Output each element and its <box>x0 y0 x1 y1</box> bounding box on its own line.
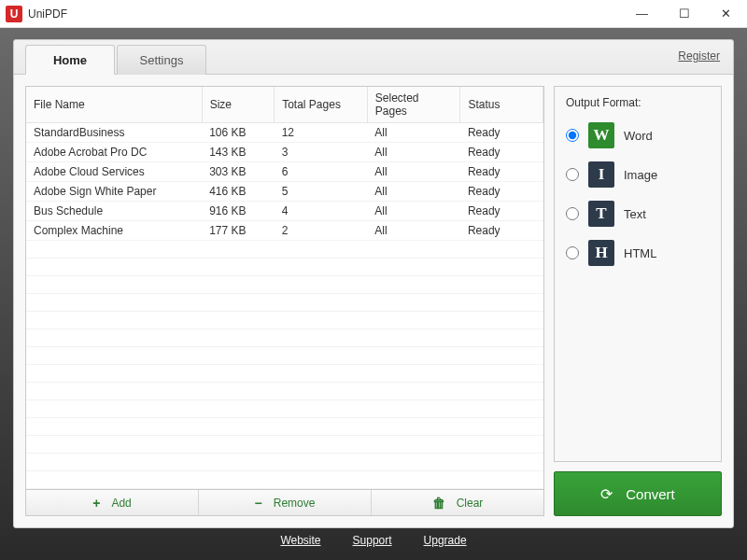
register-link[interactable]: Register <box>678 49 720 63</box>
app-icon: U <box>6 6 22 22</box>
word-icon: W <box>588 122 614 148</box>
col-size[interactable]: Size <box>202 87 274 123</box>
tab-home[interactable]: Home <box>25 45 115 75</box>
remove-button[interactable]: − Remove <box>199 490 372 515</box>
maximize-button[interactable]: ☐ <box>663 0 705 28</box>
cell-selected: All <box>367 202 460 221</box>
cell-status: Ready <box>460 123 543 143</box>
table-row-empty <box>26 383 543 400</box>
output-option-image[interactable]: I Image <box>566 161 710 188</box>
cell-name: Adobe Cloud Services <box>26 162 202 182</box>
output-option-text[interactable]: T Text <box>566 201 710 227</box>
cell-size: 177 KB <box>202 221 274 241</box>
tab-settings[interactable]: Settings <box>117 45 206 75</box>
cell-selected: All <box>367 123 460 143</box>
trash-icon: 🗑 <box>432 496 445 511</box>
table-row[interactable]: Adobe Acrobat Pro DC143 KB3AllReady <box>26 143 543 162</box>
sidebar: Output Format: W Word I Image T T <box>554 86 722 516</box>
cell-name: Adobe Sign White Paper <box>26 182 202 202</box>
file-toolbar: + Add − Remove 🗑 Clear <box>26 489 543 515</box>
add-button[interactable]: + Add <box>26 490 199 515</box>
radio-image[interactable] <box>566 168 579 181</box>
file-table: File Name Size Total Pages Selected Page… <box>26 87 543 489</box>
output-format-box: Output Format: W Word I Image T T <box>554 86 722 462</box>
table-row-empty <box>26 347 543 365</box>
cell-selected: All <box>367 182 460 202</box>
image-label: Image <box>624 168 657 182</box>
close-button[interactable]: ✕ <box>705 0 747 28</box>
cell-size: 416 KB <box>202 182 274 202</box>
clear-button[interactable]: 🗑 Clear <box>372 490 543 515</box>
add-label: Add <box>111 497 131 510</box>
cell-total: 6 <box>275 162 368 182</box>
cell-status: Ready <box>460 162 543 182</box>
minimize-button[interactable]: — <box>621 0 663 28</box>
html-label: HTML <box>624 246 656 260</box>
titlebar: U UniPDF — ☐ ✕ <box>0 0 747 28</box>
col-selected-pages[interactable]: Selected Pages <box>367 87 460 123</box>
table-row[interactable]: Complex Machine177 KB2AllReady <box>26 221 543 241</box>
tab-bar: Home Settings Register <box>14 40 733 75</box>
cell-selected: All <box>367 143 460 162</box>
radio-word[interactable] <box>566 129 579 142</box>
table-row[interactable]: StandardBusiness106 KB12AllReady <box>26 123 543 143</box>
footer-website-link[interactable]: Website <box>280 534 320 547</box>
table-row-empty <box>26 276 543 294</box>
table-row-empty <box>26 259 543 276</box>
output-format-label: Output Format: <box>566 96 710 109</box>
cell-total: 4 <box>275 202 368 221</box>
table-row-empty <box>26 454 543 471</box>
table-row-empty <box>26 471 543 489</box>
output-option-html[interactable]: H HTML <box>566 240 710 266</box>
content-area: File Name Size Total Pages Selected Page… <box>14 75 733 527</box>
cell-selected: All <box>367 221 460 241</box>
html-icon: H <box>588 240 614 266</box>
image-icon: I <box>588 161 614 188</box>
minus-icon: − <box>255 496 262 511</box>
file-zone: File Name Size Total Pages Selected Page… <box>25 86 544 516</box>
col-total-pages[interactable]: Total Pages <box>275 87 368 123</box>
table-row-empty <box>26 294 543 312</box>
cell-status: Ready <box>460 182 543 202</box>
footer-support-link[interactable]: Support <box>353 534 392 547</box>
clear-label: Clear <box>457 497 484 510</box>
table-row[interactable]: Bus Schedule916 KB4AllReady <box>26 202 543 221</box>
radio-html[interactable] <box>566 246 579 259</box>
table-row-empty <box>26 400 543 418</box>
cell-size: 916 KB <box>202 202 274 221</box>
cell-size: 143 KB <box>202 143 274 162</box>
remove-label: Remove <box>274 497 316 510</box>
plus-icon: + <box>92 496 100 511</box>
cell-total: 2 <box>275 221 368 241</box>
text-icon: T <box>588 201 614 227</box>
refresh-icon: ⟳ <box>600 485 613 503</box>
cell-status: Ready <box>460 221 543 241</box>
cell-total: 3 <box>275 143 368 162</box>
table-row[interactable]: Adobe Cloud Services303 KB6AllReady <box>26 162 543 182</box>
col-status[interactable]: Status <box>460 87 543 123</box>
cell-size: 106 KB <box>202 123 274 143</box>
cell-status: Ready <box>460 143 543 162</box>
convert-button[interactable]: ⟳ Convert <box>554 471 722 516</box>
table-row[interactable]: Adobe Sign White Paper416 KB5AllReady <box>26 182 543 202</box>
word-label: Word <box>624 129 653 143</box>
col-file-name[interactable]: File Name <box>26 87 202 123</box>
cell-name: StandardBusiness <box>26 123 202 143</box>
cell-name: Bus Schedule <box>26 202 202 221</box>
output-option-word[interactable]: W Word <box>566 122 710 148</box>
window-title: UniPDF <box>28 7 67 21</box>
table-row-empty <box>26 312 543 329</box>
table-row-empty <box>26 436 543 454</box>
cell-name: Adobe Acrobat Pro DC <box>26 143 202 162</box>
cell-total: 12 <box>275 123 368 143</box>
table-row-empty <box>26 329 543 347</box>
cell-size: 303 KB <box>202 162 274 182</box>
table-row-empty <box>26 365 543 383</box>
convert-label: Convert <box>626 486 675 502</box>
app-body: Home Settings Register File Name Size To… <box>0 28 747 560</box>
cell-total: 5 <box>275 182 368 202</box>
footer-upgrade-link[interactable]: Upgrade <box>424 534 467 547</box>
table-row-empty <box>26 418 543 436</box>
radio-text[interactable] <box>566 207 579 220</box>
cell-selected: All <box>367 162 460 182</box>
